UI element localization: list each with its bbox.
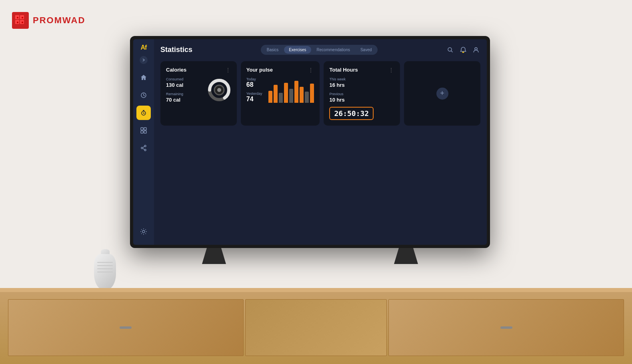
promwad-icon <box>12 12 29 29</box>
pulse-bar-chart <box>268 79 314 103</box>
tab-saved[interactable]: Saved <box>356 46 376 54</box>
tab-basics[interactable]: Basics <box>262 46 283 54</box>
vase-ridge-1 <box>97 262 113 263</box>
calories-card: Calories ⋮ Consumed 130 cal Remaining <box>160 61 237 126</box>
yesterday-value: 74 <box>246 96 262 103</box>
today-value: 68 <box>246 81 262 88</box>
consumed-value: 130 cal <box>166 82 184 88</box>
cabinet-door-left <box>8 299 244 356</box>
pulse-today: Today 68 <box>246 77 262 88</box>
page-title: Statistics <box>160 46 192 54</box>
hours-menu-button[interactable]: ⋮ <box>388 67 394 73</box>
remaining-value: 70 cal <box>166 97 184 103</box>
svg-rect-7 <box>22 22 23 23</box>
svg-rect-5 <box>22 17 23 18</box>
calories-menu-button[interactable]: ⋮ <box>225 67 231 73</box>
brand-name: PROMWAD <box>33 15 85 26</box>
consumed-stat: Consumed 130 cal <box>166 77 184 88</box>
vase-ridge-3 <box>97 268 113 269</box>
cabinet-doors <box>0 291 632 364</box>
hours-stats: This week 16 hrs Previous 10 hrs <box>329 77 394 103</box>
tv-bezel: Af <box>130 36 490 248</box>
previous-stat: Previous 10 hrs <box>329 92 394 103</box>
calories-stats: Consumed 130 cal Remaining 70 cal <box>166 77 184 103</box>
search-icon[interactable] <box>446 46 455 54</box>
svg-rect-10 <box>141 128 143 130</box>
svg-point-16 <box>144 149 146 151</box>
pulse-card: Your pulse ⋮ Today 68 Yesterday <box>241 61 320 126</box>
bar-1 <box>268 91 272 103</box>
pulse-title: Your pulse <box>246 67 273 73</box>
this-week-stat: This week 16 hrs <box>329 77 394 88</box>
this-week-value: 16 hrs <box>329 82 394 88</box>
pulse-menu-button[interactable]: ⋮ <box>308 67 314 73</box>
user-icon[interactable] <box>472 46 480 54</box>
pulse-card-header: Your pulse ⋮ <box>246 67 314 73</box>
pulse-stats: Today 68 Yesterday 74 <box>246 77 262 103</box>
door-handle-left <box>120 326 132 329</box>
pulse-yesterday: Yesterday 74 <box>246 92 262 103</box>
svg-point-14 <box>144 145 146 147</box>
hours-title: Total Hours <box>329 67 358 73</box>
cabinet-top <box>0 288 632 292</box>
vase-ridge-2 <box>97 265 113 266</box>
add-card-button[interactable]: + <box>436 88 448 100</box>
sidebar-item-clock[interactable] <box>136 88 151 102</box>
svg-point-18 <box>448 48 452 51</box>
svg-rect-13 <box>144 131 146 133</box>
bar-7 <box>300 87 304 103</box>
previous-label: Previous <box>329 92 394 96</box>
vase-ridge-4 <box>97 272 113 272</box>
yesterday-label: Yesterday <box>246 92 262 96</box>
app-logo: Af <box>141 44 147 51</box>
svg-point-19 <box>475 48 477 50</box>
tv-frame: Af <box>130 36 490 272</box>
remaining-label: Remaining <box>166 92 184 96</box>
sidebar-item-timer[interactable] <box>136 106 151 120</box>
today-label: Today <box>246 77 262 81</box>
svg-rect-4 <box>17 17 18 18</box>
svg-point-17 <box>142 230 145 233</box>
bar-3 <box>279 93 283 103</box>
top-nav: Statistics Basics Exercises Recommendati… <box>160 45 480 55</box>
vase-body <box>94 254 116 290</box>
nav-icons <box>446 46 480 54</box>
sidebar: Af <box>133 39 154 245</box>
sidebar-item-home[interactable] <box>136 70 151 85</box>
bar-2 <box>274 85 278 103</box>
door-handle-right <box>500 326 512 329</box>
sidebar-nav <box>136 70 151 228</box>
vase-ridges <box>97 262 113 272</box>
total-hours-card: Total Hours ⋮ This week 16 hrs Previous … <box>324 61 400 126</box>
calories-donut-chart <box>207 78 231 102</box>
consumed-label: Consumed <box>166 77 184 81</box>
bar-5 <box>289 89 293 103</box>
cabinet <box>0 290 632 364</box>
promwad-logo: PROMWAD <box>12 12 85 29</box>
calories-card-header: Calories ⋮ <box>166 67 231 73</box>
bar-6 <box>294 81 298 103</box>
tab-recommendations[interactable]: Recommendations <box>312 46 355 54</box>
empty-card: + <box>404 61 480 126</box>
sidebar-item-share[interactable] <box>136 141 151 155</box>
add-icon: + <box>440 89 444 98</box>
previous-value: 10 hrs <box>329 97 394 103</box>
bar-9 <box>310 84 314 103</box>
this-week-label: This week <box>329 77 394 81</box>
sidebar-item-layout[interactable] <box>136 123 151 138</box>
calories-stats-row: Consumed 130 cal Remaining 70 cal <box>166 77 231 103</box>
notification-icon[interactable] <box>459 46 468 54</box>
sidebar-expand-button[interactable] <box>140 56 148 64</box>
timer-badge: 26:50:32 <box>329 107 374 120</box>
svg-rect-6 <box>17 22 18 23</box>
cards-grid: Calories ⋮ Consumed 130 cal Remaining <box>160 61 480 126</box>
svg-point-15 <box>141 147 143 149</box>
vase <box>94 254 116 290</box>
nav-tabs: Basics Exercises Recommendations Saved <box>261 45 378 55</box>
svg-rect-12 <box>141 131 143 133</box>
remaining-stat: Remaining 70 cal <box>166 92 184 103</box>
bar-4 <box>284 83 288 103</box>
tab-exercises[interactable]: Exercises <box>284 46 311 54</box>
sidebar-settings[interactable] <box>140 228 147 237</box>
main-content: Statistics Basics Exercises Recommendati… <box>154 39 487 245</box>
